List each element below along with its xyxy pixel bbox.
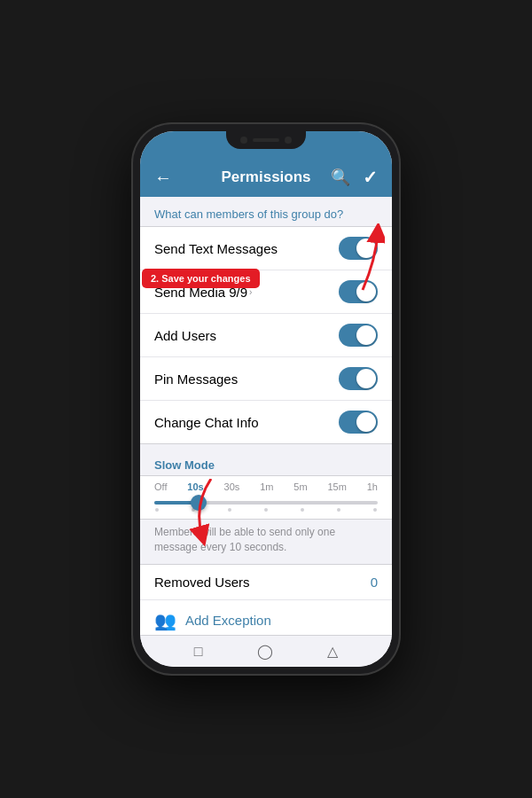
page-title: Permissions: [221, 168, 310, 186]
removed-users-item: Removed Users 0: [140, 565, 392, 600]
slow-mode-section: Slow Mode Off 10s 30s 1m 5m 15m 1h: [140, 451, 392, 564]
add-exception-row[interactable]: 👥 Add Exception: [140, 600, 392, 635]
section-question: What can members of this group do?: [140, 197, 392, 226]
slow-option-15m[interactable]: 15m: [327, 481, 346, 492]
slow-option-off[interactable]: Off: [154, 481, 167, 492]
pin-messages-toggle[interactable]: [339, 367, 378, 390]
toggle-knob-4: [356, 369, 376, 388]
permission-add-users: Add Users: [140, 314, 392, 357]
dot-7: [373, 508, 377, 512]
permission-change-chat-info: Change Chat Info: [140, 401, 392, 443]
content-area: What can members of this group do? Send …: [140, 197, 392, 635]
slow-mode-options: Off 10s 30s 1m 5m 15m 1h: [140, 476, 392, 494]
header-right: 🔍 ✓: [331, 167, 378, 188]
time-arrow: [184, 479, 238, 550]
circle-icon[interactable]: ◯: [257, 643, 273, 660]
slow-option-1m[interactable]: 1m: [260, 481, 273, 492]
status-bar: [140, 131, 392, 160]
change-chat-info-toggle[interactable]: [339, 411, 378, 434]
add-exception-label[interactable]: Add Exception: [185, 613, 271, 628]
removed-users-section: Removed Users 0 👥 Add Exception: [140, 564, 392, 635]
camera: [240, 137, 247, 144]
change-chat-info-label: Change Chat Info: [154, 415, 259, 430]
removed-users-label: Removed Users: [154, 575, 250, 590]
add-person-icon: 👥: [154, 610, 176, 631]
toggle-knob-5: [356, 412, 376, 432]
dot-1: [155, 508, 159, 512]
notch: [226, 131, 306, 149]
header-left: ←: [154, 168, 172, 188]
removed-users-count: 0: [371, 575, 378, 590]
bottom-navigation: □ ◯ △: [140, 635, 392, 667]
chevron-icon: ›: [249, 287, 252, 297]
navigation-header: ← Permissions 🔍 ✓: [140, 160, 392, 197]
toggle-knob-3: [356, 325, 376, 345]
dot-4: [264, 508, 268, 512]
slow-mode-description: Members will be able to send only one me…: [140, 520, 392, 564]
save-arrow: [340, 223, 385, 294]
slow-option-1h[interactable]: 1h: [367, 481, 378, 492]
save-button[interactable]: ✓: [363, 167, 378, 188]
slider-container: [140, 494, 392, 519]
home-icon[interactable]: □: [194, 644, 203, 660]
save-changes-badge: 2. Save your changes: [142, 269, 260, 288]
permission-pin-messages: Pin Messages: [140, 357, 392, 401]
add-users-label: Add Users: [154, 328, 216, 343]
speaker: [253, 138, 279, 142]
dot-5: [301, 508, 304, 512]
slow-mode-title: Slow Mode: [140, 451, 392, 475]
slow-option-5m[interactable]: 5m: [293, 481, 307, 492]
search-icon[interactable]: 🔍: [331, 168, 350, 187]
add-users-toggle[interactable]: [339, 324, 378, 347]
dot-6: [337, 508, 340, 512]
phone-frame: ← Permissions 🔍 ✓ What can members of th…: [133, 124, 399, 674]
back-button[interactable]: ←: [154, 168, 172, 188]
pin-messages-label: Pin Messages: [154, 372, 238, 387]
camera-2: [285, 137, 292, 144]
phone-screen: ← Permissions 🔍 ✓ What can members of th…: [140, 131, 392, 667]
send-text-label: Send Text Messages: [154, 241, 278, 256]
back-nav-icon[interactable]: △: [327, 643, 338, 660]
